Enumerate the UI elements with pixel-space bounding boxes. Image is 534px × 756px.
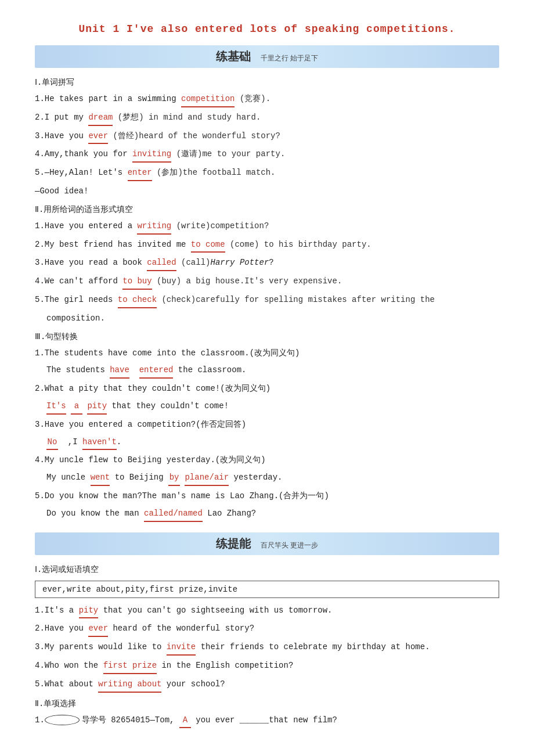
answer-tocheck: to check — [118, 293, 157, 308]
list-item: 4.Amy,thank you for inviting (邀请)me to y… — [35, 147, 499, 163]
page-title: Unit 1 I've also entered lots of speakin… — [35, 23, 499, 35]
part1-title: Ⅰ.单词拼写 — [35, 77, 499, 88]
list-item: 2.Have you ever heard of the wonderful s… — [35, 622, 499, 637]
banner2-sub: 百尺竿头 更进一步 — [261, 541, 318, 549]
answer-invite2: invite — [167, 640, 196, 656]
list-item: 4.Who won the first prize in the English… — [35, 659, 499, 674]
answer-dream: dream — [88, 111, 113, 126]
list-item: 5.Do you know the man?The man's name is … — [35, 489, 499, 503]
answer-writing: writing — [137, 219, 171, 235]
part4-title: Ⅰ.选词或短语填空 — [35, 564, 499, 575]
answer-writingabout: writing about — [98, 678, 161, 693]
answer-tobuy: to buy — [122, 275, 151, 290]
list-item: 3.Have you ever (曾经)heard of the wonderf… — [35, 129, 499, 145]
answer-firstprize: first prize — [103, 659, 157, 674]
answer-enter: enter — [128, 166, 152, 181]
part3-title: Ⅲ.句型转换 — [35, 332, 499, 342]
answer-havent: haven't — [82, 435, 117, 451]
list-item: The students have entered the classroom. — [46, 363, 499, 379]
list-item: 1.导学号 82654015—Tom, A you ever ______tha… — [35, 714, 499, 729]
answer-A: A — [179, 714, 191, 729]
list-item: No ,I haven't. — [46, 435, 499, 451]
good-idea: —Good idea! — [35, 185, 499, 199]
list-item: It's a pity that they couldn't come! — [46, 399, 499, 415]
list-item: 1.It's a pity that you can't go sightsee… — [35, 604, 499, 619]
list-item: 1.Have you entered a writing (write)comp… — [35, 219, 499, 235]
list-item: 3.Have you entered a competition?(作否定回答) — [35, 418, 499, 432]
list-item: Do you know the man called/named Lao Zha… — [46, 507, 499, 522]
list-item: 2.What a pity that they couldn't come!(改… — [35, 382, 499, 396]
answer-callednamed: called/named — [144, 507, 203, 522]
word-box: ever,write about,pity,first prize,invite — [35, 581, 499, 598]
answer-by: by — [168, 471, 180, 486]
list-item: 1.He takes part in a swimming competitio… — [35, 92, 499, 107]
answer-ever2: ever — [88, 622, 108, 637]
answer-entered: entered — [139, 363, 174, 379]
answer-competition: competition — [181, 92, 234, 107]
banner1-main: 练基础 — [216, 50, 251, 63]
list-item: 2.I put my dream (梦想) in mind and study … — [35, 111, 499, 126]
answer-went: went — [91, 471, 110, 486]
banner-lian-tineng: 练提能 百尺竿头 更进一步 — [35, 532, 499, 555]
part5-title: Ⅱ.单项选择 — [35, 699, 499, 709]
list-item: 5.The girl needs to check (check)careful… — [35, 293, 499, 308]
circle-input — [45, 715, 80, 725]
answer-ever1: ever — [88, 129, 108, 145]
answer-pity1: pity — [87, 399, 107, 415]
banner2-main: 练提能 — [216, 537, 251, 550]
answer-inviting: inviting — [132, 147, 171, 163]
answer-no: No — [46, 435, 58, 451]
list-item: 4.We can't afford to buy (buy) a big hou… — [35, 275, 499, 290]
list-item: 4.My uncle flew to Beijing yesterday.(改为… — [35, 453, 499, 467]
list-item: 3.My parents would like to invite their … — [35, 640, 499, 656]
answer-tocome: to come — [191, 238, 225, 253]
part2-title: Ⅱ.用所给词的适当形式填空 — [35, 204, 499, 215]
answer-pity2: pity — [79, 604, 99, 619]
answer-a: a — [71, 399, 82, 415]
answer-called: called — [147, 256, 176, 271]
answer-its: It's — [46, 399, 66, 415]
list-item: My uncle went to Beijing by plane/air ye… — [46, 471, 499, 486]
list-item-cont: composition. — [46, 312, 499, 326]
list-item: 2.My best friend has invited me to come … — [35, 238, 499, 253]
list-item: 3.Have you read a book called (call)Harr… — [35, 256, 499, 271]
answer-planeair: plane/air — [185, 471, 229, 486]
answer-have: have — [110, 363, 129, 379]
banner1-sub: 千里之行 始于足下 — [261, 54, 318, 62]
list-item: 1.The students have come into the classr… — [35, 347, 499, 361]
list-item: 5.What about writing about your school? — [35, 678, 499, 693]
list-item: 5.—Hey,Alan! Let's enter (参加)the footbal… — [35, 166, 499, 181]
banner-lian-jichu: 练基础 千里之行 始于足下 — [35, 45, 499, 68]
